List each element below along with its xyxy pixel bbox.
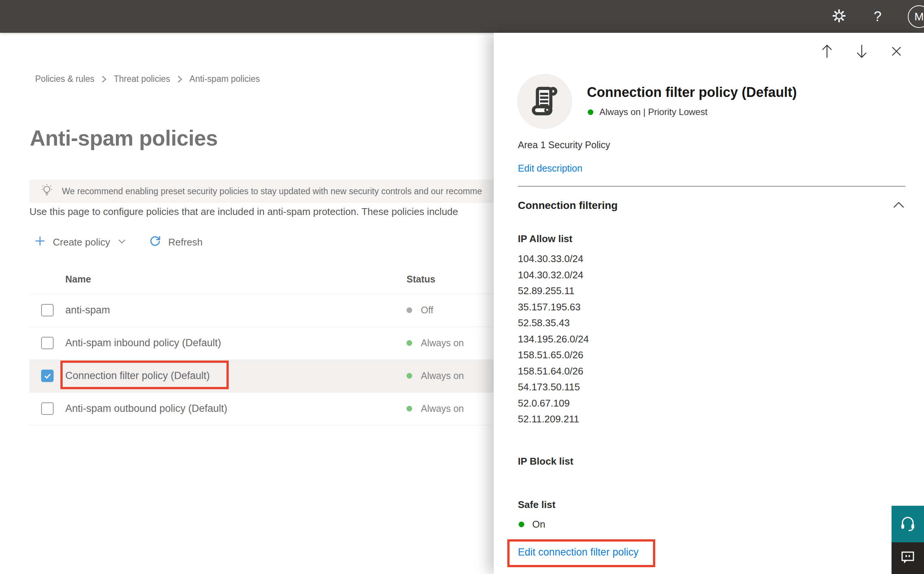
status-label: Always on bbox=[421, 403, 464, 414]
help-icon: ? bbox=[874, 9, 882, 24]
add-icon bbox=[34, 235, 46, 250]
policy-name[interactable]: anti-spam bbox=[65, 304, 110, 316]
feedback-icon bbox=[899, 549, 916, 567]
chevron-right-icon bbox=[177, 75, 183, 84]
collapse-section-button[interactable] bbox=[892, 200, 905, 211]
flyout-status-line: Always on | Priority Lowest bbox=[588, 107, 707, 117]
policy-details-flyout: Connection filter policy (Default) Alway… bbox=[494, 33, 924, 574]
ip-block-list-heading: IP Block list bbox=[518, 456, 573, 467]
avatar-initial: M bbox=[915, 10, 924, 23]
section-title-connection-filtering: Connection filtering bbox=[518, 200, 617, 211]
status-dot-on bbox=[407, 373, 412, 378]
previous-item-button[interactable] bbox=[818, 43, 836, 61]
page-title: Anti-spam policies bbox=[30, 126, 218, 150]
create-policy-label: Create policy bbox=[53, 237, 110, 248]
policy-description: Area 1 Security Policy bbox=[518, 140, 610, 150]
column-header-name[interactable]: Name bbox=[65, 274, 91, 285]
ip-entry: 35.157.195.63 bbox=[518, 299, 589, 315]
close-icon bbox=[890, 45, 903, 59]
ip-entry: 52.58.35.43 bbox=[518, 315, 589, 331]
refresh-button[interactable]: Refresh bbox=[149, 235, 203, 250]
row-checkbox[interactable] bbox=[41, 304, 54, 316]
status-dot-off bbox=[407, 308, 412, 313]
policy-icon-circle bbox=[517, 74, 572, 129]
feedback-button[interactable] bbox=[892, 542, 924, 574]
ip-entry: 158.51.65.0/26 bbox=[518, 347, 589, 363]
edit-connection-filter-policy-link[interactable]: Edit connection filter policy bbox=[518, 546, 639, 558]
status-label: Always on bbox=[421, 371, 464, 381]
breadcrumb-threat-policies[interactable]: Threat policies bbox=[114, 74, 170, 84]
policy-name[interactable]: Anti-spam inbound policy (Default) bbox=[65, 337, 221, 349]
safe-list-value: On bbox=[532, 519, 546, 530]
command-bar: Create policy Refresh bbox=[34, 233, 203, 252]
refresh-label: Refresh bbox=[168, 237, 203, 248]
row-checkbox[interactable] bbox=[41, 337, 54, 349]
ip-entry: 158.51.64.0/26 bbox=[518, 363, 589, 379]
status-label: Always on bbox=[421, 337, 464, 348]
ip-entry: 52.11.209.211 bbox=[518, 411, 589, 427]
headset-icon bbox=[898, 514, 917, 535]
divider bbox=[518, 186, 905, 187]
edit-description-link[interactable]: Edit description bbox=[518, 163, 582, 174]
policy-status: Always on bbox=[407, 371, 464, 381]
top-app-bar: ? M bbox=[0, 0, 924, 33]
next-item-button[interactable] bbox=[853, 43, 870, 61]
support-button[interactable] bbox=[892, 506, 924, 542]
row-checkbox[interactable] bbox=[41, 402, 54, 415]
status-dot-on bbox=[407, 340, 412, 346]
row-checkbox-checked[interactable] bbox=[41, 370, 54, 382]
ip-entry: 52.0.67.109 bbox=[518, 395, 589, 412]
breadcrumb: Policies & rules Threat policies Anti-sp… bbox=[35, 74, 260, 84]
policy-name[interactable]: Anti-spam outbound policy (Default) bbox=[65, 403, 227, 415]
lightbulb-icon bbox=[39, 183, 54, 200]
refresh-icon bbox=[149, 235, 161, 250]
arrow-up-icon bbox=[820, 43, 834, 61]
safe-list-status: On bbox=[519, 519, 546, 530]
chevron-right-icon bbox=[101, 75, 107, 84]
status-label: Off bbox=[421, 305, 433, 316]
ip-entry: 52.89.255.11 bbox=[518, 283, 589, 299]
ip-entry: 134.195.26.0/24 bbox=[518, 331, 589, 347]
ip-entry: 54.173.50.115 bbox=[518, 379, 589, 395]
chevron-up-icon bbox=[892, 205, 905, 211]
chevron-down-icon bbox=[117, 237, 127, 248]
arrow-down-icon bbox=[854, 43, 869, 61]
status-dot-on bbox=[588, 109, 593, 115]
status-dot-on bbox=[407, 406, 412, 412]
policy-status: Always on bbox=[407, 337, 464, 348]
breadcrumb-anti-spam-policies: Anti-spam policies bbox=[190, 74, 260, 84]
ip-entry: 104.30.32.0/24 bbox=[518, 267, 589, 283]
account-avatar[interactable]: M bbox=[908, 5, 924, 28]
ip-allow-list: 104.30.33.0/24 104.30.32.0/24 52.89.255.… bbox=[518, 251, 589, 427]
help-button[interactable]: ? bbox=[869, 8, 886, 25]
policy-name[interactable]: Connection filter policy (Default) bbox=[65, 370, 210, 382]
scroll-policy-icon bbox=[527, 84, 562, 120]
gear-icon bbox=[831, 8, 847, 25]
column-header-status[interactable]: Status bbox=[407, 274, 435, 285]
banner-text: We recommend enabling preset security po… bbox=[62, 186, 482, 197]
flyout-status-text: Always on | Priority Lowest bbox=[600, 107, 707, 117]
policy-status: Off bbox=[407, 305, 433, 316]
create-policy-button[interactable]: Create policy bbox=[34, 235, 127, 250]
close-flyout-button[interactable] bbox=[888, 43, 905, 61]
policy-status: Always on bbox=[407, 403, 464, 414]
status-dot-on bbox=[519, 522, 524, 527]
settings-button[interactable] bbox=[831, 8, 847, 25]
flyout-title: Connection filter policy (Default) bbox=[587, 85, 797, 100]
ip-allow-list-heading: IP Allow list bbox=[518, 233, 572, 245]
breadcrumb-policies-rules[interactable]: Policies & rules bbox=[35, 74, 94, 84]
ip-entry: 104.30.33.0/24 bbox=[518, 251, 589, 267]
safe-list-heading: Safe list bbox=[518, 499, 555, 511]
